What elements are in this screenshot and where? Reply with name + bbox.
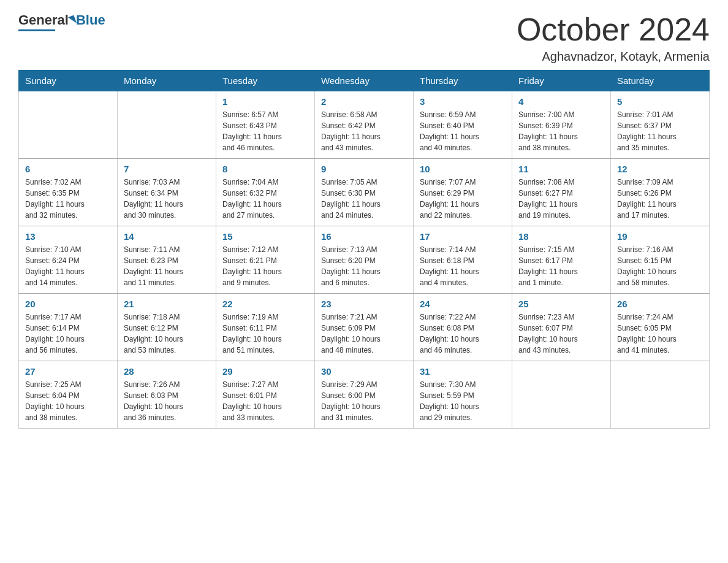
day-info: Sunrise: 7:18 AM Sunset: 6:12 PM Dayligh… (124, 312, 210, 356)
calendar-cell: 21Sunrise: 7:18 AM Sunset: 6:12 PM Dayli… (118, 294, 216, 361)
calendar-cell: 17Sunrise: 7:14 AM Sunset: 6:18 PM Dayli… (414, 226, 512, 294)
day-info: Sunrise: 7:14 AM Sunset: 6:18 PM Dayligh… (420, 244, 506, 288)
calendar-cell: 14Sunrise: 7:11 AM Sunset: 6:23 PM Dayli… (118, 226, 216, 294)
day-info: Sunrise: 7:23 AM Sunset: 6:07 PM Dayligh… (518, 312, 604, 356)
day-info: Sunrise: 7:08 AM Sunset: 6:27 PM Dayligh… (518, 177, 604, 221)
day-number: 31 (420, 366, 506, 377)
day-number: 13 (25, 231, 111, 242)
day-number: 6 (25, 164, 111, 174)
calendar-cell (611, 361, 710, 429)
logo-arrow-icon (68, 15, 77, 26)
logo-underline (18, 29, 55, 31)
calendar-header: SundayMondayTuesdayWednesdayThursdayFrid… (19, 71, 710, 91)
day-info: Sunrise: 7:05 AM Sunset: 6:30 PM Dayligh… (321, 177, 407, 221)
day-number: 2 (321, 96, 407, 107)
day-info: Sunrise: 7:22 AM Sunset: 6:08 PM Dayligh… (420, 312, 506, 356)
day-info: Sunrise: 7:01 AM Sunset: 6:37 PM Dayligh… (617, 109, 703, 153)
calendar-cell: 31Sunrise: 7:30 AM Sunset: 5:59 PM Dayli… (414, 361, 512, 429)
calendar-cell: 5Sunrise: 7:01 AM Sunset: 6:37 PM Daylig… (611, 91, 710, 159)
day-info: Sunrise: 7:00 AM Sunset: 6:39 PM Dayligh… (518, 109, 604, 153)
day-info: Sunrise: 7:26 AM Sunset: 6:03 PM Dayligh… (124, 379, 210, 423)
calendar-cell: 4Sunrise: 7:00 AM Sunset: 6:39 PM Daylig… (512, 91, 611, 159)
calendar-cell: 10Sunrise: 7:07 AM Sunset: 6:29 PM Dayli… (414, 159, 512, 226)
day-info: Sunrise: 6:58 AM Sunset: 6:42 PM Dayligh… (321, 109, 407, 153)
day-info: Sunrise: 7:04 AM Sunset: 6:32 PM Dayligh… (222, 177, 308, 221)
week-row-5: 27Sunrise: 7:25 AM Sunset: 6:04 PM Dayli… (19, 361, 710, 429)
day-number: 26 (617, 299, 703, 309)
calendar-cell (118, 91, 216, 159)
calendar-cell: 13Sunrise: 7:10 AM Sunset: 6:24 PM Dayli… (19, 226, 118, 294)
calendar-cell: 20Sunrise: 7:17 AM Sunset: 6:14 PM Dayli… (19, 294, 118, 361)
day-number: 8 (222, 164, 308, 174)
day-number: 20 (25, 299, 111, 309)
day-number: 17 (420, 231, 506, 242)
page-subtitle: Aghavnadzor, Kotayk, Armenia (517, 50, 710, 64)
day-number: 28 (124, 366, 210, 377)
col-header-tuesday: Tuesday (216, 71, 315, 91)
title-area: October 2024 Aghavnadzor, Kotayk, Armeni… (517, 12, 710, 64)
day-number: 30 (321, 366, 407, 377)
logo-blue-text: Blue (76, 12, 105, 28)
day-number: 4 (518, 96, 604, 107)
day-info: Sunrise: 7:25 AM Sunset: 6:04 PM Dayligh… (25, 379, 111, 423)
calendar-cell: 24Sunrise: 7:22 AM Sunset: 6:08 PM Dayli… (414, 294, 512, 361)
day-number: 5 (617, 96, 703, 107)
calendar-cell: 6Sunrise: 7:02 AM Sunset: 6:35 PM Daylig… (19, 159, 118, 226)
day-number: 11 (518, 164, 604, 174)
day-info: Sunrise: 7:21 AM Sunset: 6:09 PM Dayligh… (321, 312, 407, 356)
day-number: 3 (420, 96, 506, 107)
day-info: Sunrise: 7:07 AM Sunset: 6:29 PM Dayligh… (420, 177, 506, 221)
calendar-cell: 9Sunrise: 7:05 AM Sunset: 6:30 PM Daylig… (315, 159, 414, 226)
calendar-cell: 3Sunrise: 6:59 AM Sunset: 6:40 PM Daylig… (414, 91, 512, 159)
calendar-cell: 19Sunrise: 7:16 AM Sunset: 6:15 PM Dayli… (611, 226, 710, 294)
calendar-cell: 23Sunrise: 7:21 AM Sunset: 6:09 PM Dayli… (315, 294, 414, 361)
calendar-body: 1Sunrise: 6:57 AM Sunset: 6:43 PM Daylig… (19, 91, 710, 429)
day-info: Sunrise: 6:57 AM Sunset: 6:43 PM Dayligh… (222, 109, 308, 153)
day-number: 10 (420, 164, 506, 174)
day-info: Sunrise: 7:02 AM Sunset: 6:35 PM Dayligh… (25, 177, 111, 221)
day-info: Sunrise: 7:09 AM Sunset: 6:26 PM Dayligh… (617, 177, 703, 221)
day-number: 29 (222, 366, 308, 377)
day-info: Sunrise: 7:19 AM Sunset: 6:11 PM Dayligh… (222, 312, 308, 356)
col-header-thursday: Thursday (414, 71, 512, 91)
calendar-cell: 25Sunrise: 7:23 AM Sunset: 6:07 PM Dayli… (512, 294, 611, 361)
day-number: 9 (321, 164, 407, 174)
week-row-2: 6Sunrise: 7:02 AM Sunset: 6:35 PM Daylig… (19, 159, 710, 226)
day-number: 25 (518, 299, 604, 309)
day-number: 23 (321, 299, 407, 309)
day-number: 16 (321, 231, 407, 242)
day-info: Sunrise: 7:29 AM Sunset: 6:00 PM Dayligh… (321, 379, 407, 423)
week-row-1: 1Sunrise: 6:57 AM Sunset: 6:43 PM Daylig… (19, 91, 710, 159)
calendar-cell: 18Sunrise: 7:15 AM Sunset: 6:17 PM Dayli… (512, 226, 611, 294)
week-row-4: 20Sunrise: 7:17 AM Sunset: 6:14 PM Dayli… (19, 294, 710, 361)
calendar-cell: 15Sunrise: 7:12 AM Sunset: 6:21 PM Dayli… (216, 226, 315, 294)
col-header-wednesday: Wednesday (315, 71, 414, 91)
day-info: Sunrise: 7:24 AM Sunset: 6:05 PM Dayligh… (617, 312, 703, 356)
calendar-cell: 29Sunrise: 7:27 AM Sunset: 6:01 PM Dayli… (216, 361, 315, 429)
col-header-saturday: Saturday (611, 71, 710, 91)
calendar-cell (19, 91, 118, 159)
day-info: Sunrise: 7:16 AM Sunset: 6:15 PM Dayligh… (617, 244, 703, 288)
day-info: Sunrise: 7:30 AM Sunset: 5:59 PM Dayligh… (420, 379, 506, 423)
page-header: General Blue October 2024 Aghavnadzor, K… (18, 12, 710, 64)
day-info: Sunrise: 6:59 AM Sunset: 6:40 PM Dayligh… (420, 109, 506, 153)
day-number: 18 (518, 231, 604, 242)
calendar-cell: 26Sunrise: 7:24 AM Sunset: 6:05 PM Dayli… (611, 294, 710, 361)
calendar-cell (512, 361, 611, 429)
day-info: Sunrise: 7:10 AM Sunset: 6:24 PM Dayligh… (25, 244, 111, 288)
calendar-cell: 16Sunrise: 7:13 AM Sunset: 6:20 PM Dayli… (315, 226, 414, 294)
calendar-cell: 12Sunrise: 7:09 AM Sunset: 6:26 PM Dayli… (611, 159, 710, 226)
day-info: Sunrise: 7:11 AM Sunset: 6:23 PM Dayligh… (124, 244, 210, 288)
day-info: Sunrise: 7:03 AM Sunset: 6:34 PM Dayligh… (124, 177, 210, 221)
logo-general-text: General (18, 12, 69, 28)
col-header-friday: Friday (512, 71, 611, 91)
day-info: Sunrise: 7:12 AM Sunset: 6:21 PM Dayligh… (222, 244, 308, 288)
day-number: 7 (124, 164, 210, 174)
calendar-cell: 22Sunrise: 7:19 AM Sunset: 6:11 PM Dayli… (216, 294, 315, 361)
day-number: 27 (25, 366, 111, 377)
calendar-cell: 28Sunrise: 7:26 AM Sunset: 6:03 PM Dayli… (118, 361, 216, 429)
days-of-week-row: SundayMondayTuesdayWednesdayThursdayFrid… (19, 71, 710, 91)
calendar-table: SundayMondayTuesdayWednesdayThursdayFrid… (18, 70, 710, 429)
day-info: Sunrise: 7:15 AM Sunset: 6:17 PM Dayligh… (518, 244, 604, 288)
calendar-cell: 30Sunrise: 7:29 AM Sunset: 6:00 PM Dayli… (315, 361, 414, 429)
